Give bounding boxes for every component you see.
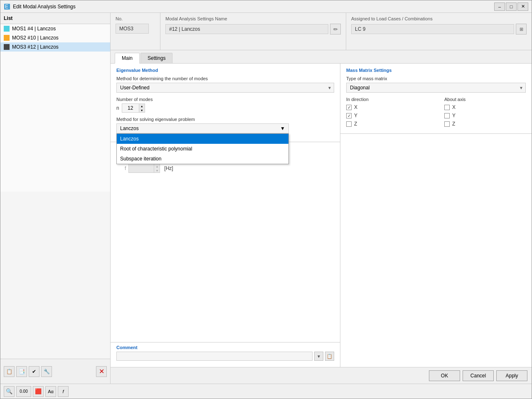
comment-input[interactable] — [116, 352, 313, 361]
close-button[interactable]: ✕ — [517, 2, 528, 11]
comment-edit-btn[interactable]: 📋 — [325, 352, 334, 361]
right-content: Mass Matrix Settings Type of mass matrix… — [340, 64, 532, 367]
mass-matrix-section: Mass Matrix Settings Type of mass matrix… — [340, 64, 532, 134]
list-item[interactable]: MOS2 #10 | Lanczos — [0, 33, 110, 42]
left-content: Eigenvalue Method Method for determining… — [111, 64, 340, 367]
tab-main[interactable]: Main — [115, 53, 140, 64]
main-content: List MOS1 #4 | Lanczos MOS2 #10 | Lanczo… — [0, 13, 532, 384]
modes-up-button[interactable]: ▲ — [139, 104, 145, 108]
name-edit-button[interactable]: ✏ — [330, 24, 341, 34]
in-dir-z-label: Z — [354, 121, 357, 127]
mass-type-label: Type of mass matrix — [346, 76, 526, 81]
modes-label: Number of modes — [116, 97, 334, 102]
text-toolbar-button[interactable]: Aα — [45, 386, 56, 397]
freq-label: f — [125, 165, 126, 171]
freq-up-button[interactable]: ▲ — [154, 164, 160, 168]
method-label: Method for determining the number of mod… — [116, 76, 334, 81]
mos1-label: MOS1 #4 | Lanczos — [12, 26, 56, 32]
comment-title: Comment — [116, 345, 334, 350]
about-z-checkbox[interactable] — [444, 121, 450, 127]
func-toolbar-button[interactable]: f — [58, 386, 69, 397]
mos3-label: MOS3 #12 | Lanczos — [12, 44, 59, 50]
in-direction-label: In direction — [346, 97, 428, 102]
name-section: Modal Analysis Settings Name ✏ — [160, 13, 346, 50]
about-x-checkbox[interactable] — [444, 105, 450, 110]
in-dir-y-label: Y — [354, 113, 357, 118]
solve-group: Method for solving eigenvalue problem La… — [116, 117, 334, 133]
list-item[interactable]: MOS1 #4 | Lanczos — [0, 24, 110, 33]
delete-button[interactable]: ✕ — [96, 366, 107, 377]
freq-unit: [Hz] — [164, 165, 173, 171]
color-toolbar-button[interactable]: 🟥 — [33, 386, 44, 397]
solve-option-root[interactable]: Root of characteristic polynomial — [117, 144, 288, 154]
settings2-button[interactable]: 🔧 — [41, 366, 52, 377]
list-items: MOS1 #4 | Lanczos MOS2 #10 | Lanczos MOS… — [0, 24, 110, 192]
assigned-section: Assigned to Load Cases / Combinations ⊞ — [346, 13, 532, 50]
method-dropdown[interactable]: User-DefinedAutomatic — [116, 83, 334, 93]
modes-spinner[interactable] — [122, 104, 139, 112]
mos3-icon — [4, 44, 10, 50]
modes-down-button[interactable]: ▼ — [139, 108, 145, 112]
in-dir-x-label: X — [354, 104, 357, 110]
in-dir-z-checkbox[interactable] — [346, 121, 352, 127]
list-panel: List MOS1 #4 | Lanczos MOS2 #10 | Lanczo… — [0, 13, 111, 384]
ok-button[interactable]: OK — [429, 370, 460, 381]
assigned-label: Assigned to Load Cases / Combinations — [351, 16, 527, 21]
restore-button[interactable]: □ — [506, 2, 517, 11]
options-section: Options Find modes beyond frequency f ▲ — [111, 142, 340, 342]
comment-section: Comment ▼ 📋 — [111, 342, 340, 367]
list-item-selected[interactable]: MOS3 #12 | Lanczos — [0, 42, 110, 52]
name-field[interactable] — [165, 24, 328, 34]
check-button[interactable]: ✔ — [29, 366, 39, 377]
method-group: Method for determining the number of mod… — [116, 76, 334, 93]
no-value: MOS3 — [116, 24, 149, 34]
mos2-label: MOS2 #10 | Lanczos — [12, 35, 59, 41]
value-toolbar-button[interactable]: 0.00 — [16, 386, 31, 397]
assigned-field[interactable] — [351, 24, 514, 34]
n-label: n — [116, 105, 119, 111]
right-empty-area — [340, 134, 532, 367]
apply-button[interactable]: Apply — [496, 370, 527, 381]
solve-dropdown-arrow: ▼ — [280, 126, 285, 131]
comment-dropdown-btn[interactable]: ▼ — [314, 352, 323, 361]
bottom-toolbar: 🔍 0.00 🟥 Aα f — [0, 384, 532, 399]
cancel-button[interactable]: Cancel — [463, 370, 494, 381]
modes-group: Number of modes n ▲ ▼ — [116, 97, 334, 113]
about-z-label: Z — [452, 121, 455, 127]
eigenvalue-section: Eigenvalue Method Method for determining… — [111, 64, 340, 142]
solve-option-lanczos[interactable]: Lanczos — [117, 134, 288, 144]
list-header: List — [0, 13, 110, 24]
no-label: No. — [116, 16, 155, 21]
list-footer: 📋 📑 ✔ 🔧 ✕ — [0, 359, 110, 384]
freq-down-button[interactable]: ▼ — [154, 168, 160, 172]
mass-type-group: Type of mass matrix DiagonalConsistentCo… — [346, 76, 526, 93]
mos1-icon — [4, 26, 10, 32]
solve-value: Lanczos — [120, 126, 280, 131]
about-axis-label: About axis — [444, 97, 526, 102]
about-y-checkbox[interactable] — [444, 113, 450, 118]
name-label: Modal Analysis Settings Name — [165, 16, 341, 21]
add-button[interactable]: 📋 — [4, 366, 15, 377]
in-dir-x-checkbox[interactable] — [346, 105, 352, 110]
freq-input[interactable] — [129, 164, 154, 172]
solve-dropdown-trigger[interactable]: Lanczos ▼ — [116, 123, 289, 133]
svg-text:E: E — [5, 4, 8, 10]
solve-label: Method for solving eigenvalue problem — [116, 117, 334, 122]
content-area: Eigenvalue Method Method for determining… — [111, 64, 532, 367]
in-dir-y-checkbox[interactable] — [346, 113, 352, 118]
search-toolbar-button[interactable]: 🔍 — [4, 386, 15, 397]
right-panel: No. MOS3 Modal Analysis Settings Name ✏ … — [111, 13, 532, 384]
assigned-grid-button[interactable]: ⊞ — [516, 24, 527, 34]
solve-dropdown-options: Lanczos Root of characteristic polynomia… — [116, 133, 289, 164]
copy-button[interactable]: 📑 — [16, 366, 27, 377]
eigenvalue-title: Eigenvalue Method — [116, 68, 334, 73]
tab-settings[interactable]: Settings — [140, 53, 172, 63]
list-empty-area — [0, 192, 110, 359]
solve-option-subspace[interactable]: Subspace iteration — [117, 154, 288, 164]
about-x-label: X — [452, 104, 456, 110]
window-title: Edit Modal Analysis Settings — [13, 4, 492, 10]
mass-type-dropdown[interactable]: DiagonalConsistentCoupled — [346, 83, 526, 93]
minimize-button[interactable]: – — [494, 2, 505, 11]
mass-matrix-title: Mass Matrix Settings — [346, 68, 526, 73]
mos2-icon — [4, 35, 10, 41]
